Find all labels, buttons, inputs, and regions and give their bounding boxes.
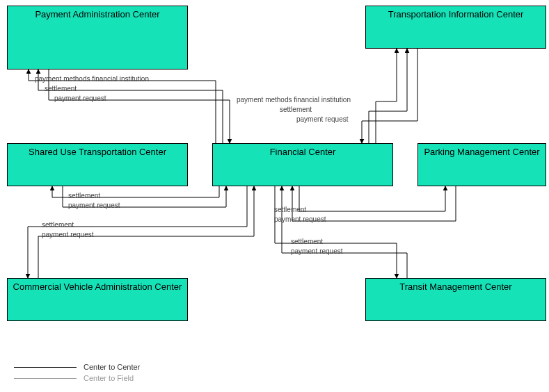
legend-line-solid: [14, 367, 77, 368]
legend: Center to Center Center to Field: [14, 361, 140, 384]
legend-label: Center to Field: [83, 374, 134, 382]
edge-label: payment methods financial institution: [237, 96, 351, 104]
edge-label: payment request: [296, 115, 349, 123]
edge-label: payment request: [68, 202, 120, 209]
edge-label: settlement: [68, 192, 100, 199]
edge-label: settlement: [280, 106, 312, 113]
edge-label: payment methods financial institution: [35, 75, 149, 83]
edge-label: settlement: [42, 221, 74, 229]
edge-label: settlement: [45, 85, 77, 92]
edge-label: payment request: [54, 95, 106, 102]
legend-row-c2c: Center to Center: [14, 361, 140, 373]
legend-line-gray: [14, 378, 77, 379]
edge-label: payment request: [274, 215, 326, 223]
diagram-stage: Payment Administration Center Transporta…: [0, 0, 549, 392]
edge-label: payment request: [291, 247, 343, 255]
edge-label: settlement: [291, 238, 323, 245]
legend-row-c2f: Center to Field: [14, 373, 140, 384]
edge-label: payment request: [42, 231, 94, 238]
edge-label: settlement: [274, 206, 306, 213]
legend-label: Center to Center: [83, 363, 140, 371]
